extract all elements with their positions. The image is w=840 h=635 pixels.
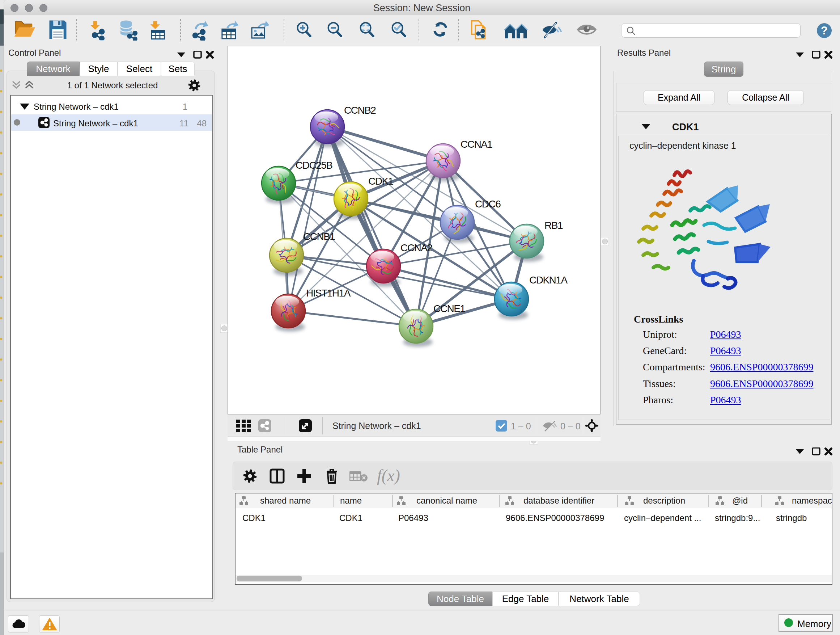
svg-text:CCNA2: CCNA2 (401, 242, 432, 253)
svg-text:HIST1H1A: HIST1H1A (306, 287, 351, 299)
svg-text:CDKN1A: CDKN1A (529, 274, 568, 286)
svg-text:CCNB2: CCNB2 (344, 105, 376, 116)
svg-text:CCNB1: CCNB1 (303, 231, 335, 242)
svg-text:CDC25B: CDC25B (295, 160, 332, 171)
svg-text:CCNE1: CCNE1 (433, 303, 465, 314)
svg-text:CDK1: CDK1 (368, 176, 393, 187)
svg-text:CDC6: CDC6 (475, 198, 501, 210)
svg-text:RB1: RB1 (545, 220, 563, 231)
svg-text:CCNA1: CCNA1 (461, 139, 493, 150)
